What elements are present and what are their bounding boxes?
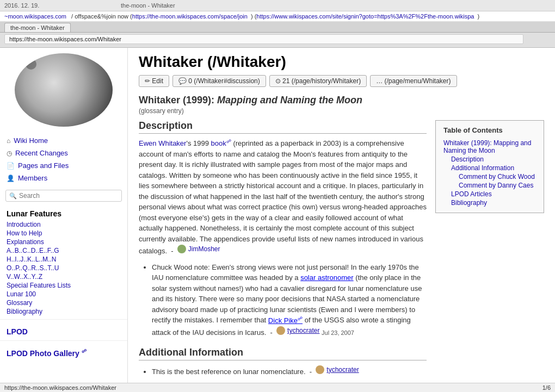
home-icon: ⌂ [7, 137, 10, 145]
sidebar-nav: ⌂ Wiki Home ◷ Recent Changes 📄 Pages and… [0, 132, 127, 186]
sidebar-link-special-features[interactable]: Special Features Lists [0, 281, 127, 290]
main-layout: ⌂ Wiki Home ◷ Recent Changes 📄 Pages and… [0, 48, 555, 392]
additional-heading: Additional Information [139, 347, 427, 360]
tab-bar: the-moon - Whitaker [0, 22, 555, 33]
sidebar-recent-changes-label: Recent Changes [15, 149, 68, 157]
jim-mosher-sig: JimMosher [177, 244, 220, 254]
sidebar-link-a-g[interactable]: A..B..C..D..E..F..G [0, 246, 127, 255]
jim-mosher-avatar [177, 245, 186, 253]
file-icon: 📄 [7, 162, 15, 170]
ewen-whitaker-link[interactable]: Ewen Whitaker [139, 139, 186, 147]
tychocrater-link-1[interactable]: tychocrater [287, 326, 319, 335]
article-title-text: Whitaker (1999): [139, 95, 214, 105]
sidebar-link-how-to-help[interactable]: How to Help [0, 229, 127, 238]
book-link[interactable]: book☍ [211, 139, 231, 147]
sidebar-section-lunar-features: Lunar Features [0, 206, 127, 220]
chuck-wood-note-list: Chuck Wood note: Ewen's strong views wer… [152, 262, 427, 338]
sidebar-link-glossary[interactable]: Glossary [0, 298, 127, 307]
moon-image [15, 53, 113, 127]
sidebar-members-label: Members [18, 174, 47, 182]
description-body: Ewen Whitaker's 1999 book☍ (reprinted as… [139, 138, 427, 257]
url-bar[interactable]: https://the-moon.wikispaces.com/Whitaker [4, 34, 523, 44]
sidebar-pages-files-label: Pages and Files [18, 161, 69, 170]
additional-text: This is the best reference on lunar nome… [152, 368, 306, 376]
page-number: 1/6 [542, 384, 551, 391]
article-main: Description Ewen Whitaker's 1999 book☍ (… [139, 120, 427, 383]
content-with-toc: Description Ewen Whitaker's 1999 book☍ (… [139, 120, 544, 383]
toc-item-4[interactable]: Comment by Danny Caes [443, 181, 536, 190]
additional-item: This is the best reference on lunar nome… [152, 365, 427, 377]
comments-button[interactable]: 💬 0 (/Whitaker#discussion) [172, 75, 266, 87]
menu-button[interactable]: … (/page/menu/Whitaker) [370, 75, 457, 87]
sidebar-lpod-link[interactable]: LPOD [0, 323, 127, 337]
status-bar: https://the-moon.wikispaces.com/Whitaker… [0, 383, 555, 392]
sidebar-link-explanations[interactable]: Explanations [0, 238, 127, 246]
sidebar-link-bibliography[interactable]: Bibliography [0, 307, 127, 316]
person-icon: 👤 [7, 175, 15, 182]
article-title: Whitaker (1999): Mapping and Naming the … [139, 95, 544, 106]
chuck-wood-note-item: Chuck Wood note: Ewen's strong views wer… [152, 262, 427, 338]
external-link-icon: ☍ [82, 349, 87, 354]
tychocrater-sig-1: tychocrater [276, 326, 319, 335]
sidebar-link-v-z[interactable]: V..W..X..Y..Z [0, 272, 127, 281]
sidebar-item-recent-changes[interactable]: ◷ Recent Changes [0, 147, 127, 159]
solar-astronomer-link[interactable]: solar astronomer [300, 273, 354, 282]
browser-date: 2016. 12. 19. [4, 2, 39, 9]
sidebar-link-lunar-100[interactable]: Lunar 100 [0, 290, 127, 298]
sidebar-link-introduction[interactable]: Introduction [0, 220, 127, 229]
status-url: https://the-moon.wikispaces.com/Whitaker [4, 384, 116, 391]
top-nav-link-1[interactable]: ~moon.wikispaces.com [4, 13, 66, 20]
tychocrater-sig-2: tychocrater [316, 365, 359, 375]
tychocrater-avatar-2 [316, 365, 324, 374]
sidebar-item-pages-and-files[interactable]: 📄 Pages and Files [0, 159, 127, 172]
tychocrater-avatar-1 [276, 326, 285, 335]
additional-list: This is the best reference on lunar nome… [152, 365, 427, 377]
browser-bar: 2016. 12. 19. the-moon - Whitaker [0, 0, 555, 11]
toc-item-1[interactable]: Description [443, 155, 536, 164]
dick-pike-link[interactable]: Dick Pike☍ [268, 316, 303, 325]
top-nav-link-3[interactable]: https://www.wikispaces.com/site/signin?g… [256, 13, 474, 20]
search-input[interactable] [19, 192, 95, 200]
sidebar-lpod-photo-link[interactable]: LPOD Photo Gallery ☍ [0, 344, 127, 359]
jim-mosher-link[interactable]: JimMosher [188, 244, 220, 254]
glossary-entry-label: (glossary entry) [139, 107, 544, 115]
additional-section: Additional Information This is the best … [139, 347, 427, 377]
toc-item-5[interactable]: LPOD Articles [443, 190, 536, 198]
browser-title: the-moon - Whitaker [121, 2, 175, 9]
toc-item-3[interactable]: Comment by Chuck Wood [443, 172, 536, 181]
top-nav-link-2[interactable]: https://the-moon.wikispaces.com/space/jo… [132, 13, 248, 20]
page-title: Whitaker (/Whitaker) [139, 53, 544, 71]
content-area: Whitaker (/Whitaker) ✏ Edit 💬 0 (/Whitak… [128, 48, 555, 392]
action-bar: ✏ Edit 💬 0 (/Whitaker#discussion) ⊙ 21 (… [139, 75, 544, 87]
toc-item-6[interactable]: Bibliography [443, 198, 536, 207]
clock-icon: ◷ [7, 150, 12, 157]
toc-item-0[interactable]: Whitaker (1999): Mapping and Naming the … [443, 139, 536, 155]
sidebar-link-o-u[interactable]: O..P..Q..R..S..T..U [0, 264, 127, 272]
article-title-italic: Mapping and Naming the Moon [217, 95, 362, 105]
sidebar-link-h-n[interactable]: H..I..J..K..L..M..N [0, 255, 127, 264]
history-button[interactable]: ⊙ 21 (/page/history/Whitaker) [269, 75, 367, 87]
toc-item-2[interactable]: Additional Information [443, 164, 536, 172]
edit-button[interactable]: ✏ Edit [139, 75, 169, 87]
date-1: Jul 23, 2007 [322, 329, 354, 336]
tychocrater-link-2[interactable]: tychocrater [326, 365, 359, 375]
sidebar-item-members[interactable]: 👤 Members [0, 172, 127, 184]
sidebar-item-wiki-home[interactable]: ⌂ Wiki Home [0, 134, 127, 147]
toc-title: Table of Contents [443, 126, 536, 134]
search-icon: 🔍 [9, 192, 17, 200]
sidebar-lpod-photo-label: LPOD Photo Gallery [7, 349, 79, 358]
sidebar-wiki-home-label: Wiki Home [14, 136, 48, 145]
top-nav: ~moon.wikispaces.com / offspace&%join no… [0, 11, 555, 22]
sidebar-search-box: 🔍 [5, 190, 122, 202]
sidebar: ⌂ Wiki Home ◷ Recent Changes 📄 Pages and… [0, 48, 128, 392]
browser-tab[interactable]: the-moon - Whitaker [4, 23, 71, 32]
description-heading: Description [139, 120, 427, 134]
table-of-contents: Table of Contents Whitaker (1999): Mappi… [435, 120, 544, 213]
